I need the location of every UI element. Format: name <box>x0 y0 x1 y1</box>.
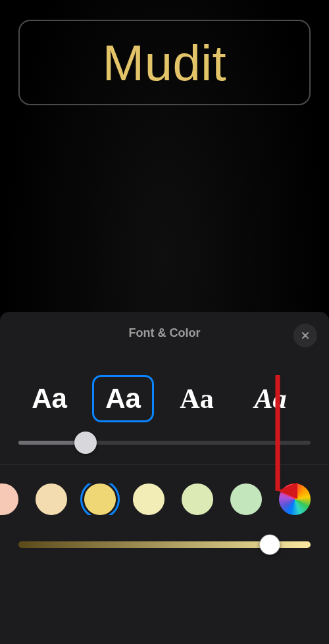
close-icon <box>300 330 311 341</box>
font-option-font-serif-italic[interactable]: Aa <box>240 375 301 422</box>
color-swatch-3[interactable] <box>133 483 164 515</box>
name-text: Mudit <box>103 34 226 91</box>
size-slider[interactable] <box>0 422 329 464</box>
color-swatch-5[interactable] <box>230 483 262 515</box>
color-swatch-2[interactable] <box>84 483 116 515</box>
font-sample-label: Aa <box>32 385 67 412</box>
font-option-font-bold[interactable]: Aa <box>92 375 154 422</box>
size-slider-thumb[interactable] <box>74 432 97 454</box>
font-sample-label: Aa <box>105 385 141 412</box>
font-sample-label: Aa <box>254 385 286 412</box>
section-divider <box>0 464 329 465</box>
color-swatch-0[interactable] <box>0 483 18 515</box>
font-option-font-heavy[interactable]: Aa <box>18 375 80 422</box>
sheet-title: Font & Color <box>129 326 201 339</box>
color-swatch-row[interactable] <box>0 483 329 515</box>
font-option-font-serif[interactable]: Aa <box>166 375 228 422</box>
sheet-header: Font & Color <box>0 326 329 347</box>
color-swatch-1[interactable] <box>36 483 67 515</box>
name-input-field[interactable]: Mudit <box>18 20 311 105</box>
close-button[interactable] <box>293 324 317 347</box>
font-color-sheet: Font & Color AaAaAaAa <box>0 312 329 644</box>
font-options-row[interactable]: AaAaAaAa <box>0 347 329 422</box>
font-sample-label: Aa <box>180 385 213 412</box>
brightness-slider[interactable] <box>0 515 329 548</box>
brightness-slider-thumb[interactable] <box>260 535 280 555</box>
color-swatch-4[interactable] <box>182 483 213 515</box>
color-wheel-picker[interactable] <box>279 483 311 515</box>
